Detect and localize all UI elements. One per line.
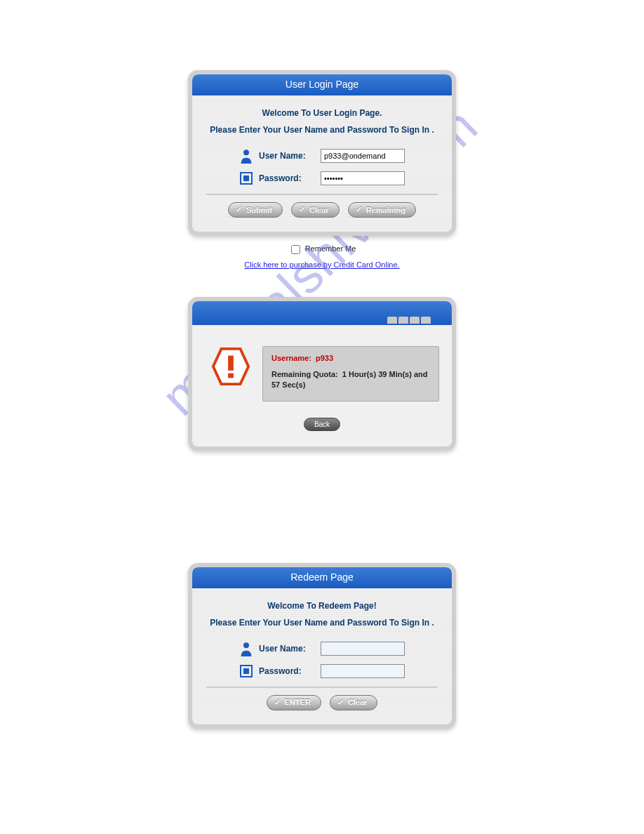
password-icon xyxy=(239,171,253,185)
password-input[interactable] xyxy=(321,171,405,185)
login-welcome: Welcome To User Login Page. xyxy=(201,108,443,118)
check-icon: ✓ xyxy=(274,698,281,707)
divider xyxy=(206,194,438,195)
svg-point-0 xyxy=(243,150,249,155)
password-label: Password: xyxy=(259,173,315,183)
submit-button[interactable]: ✓ Submit xyxy=(228,202,283,218)
remember-label: Remember Me xyxy=(305,244,356,253)
password-icon xyxy=(239,664,253,678)
user-icon xyxy=(239,149,253,163)
check-icon: ✓ xyxy=(356,205,362,214)
redeem-username-row: User Name: xyxy=(201,642,443,656)
svg-point-4 xyxy=(243,642,249,648)
redeem-clear-button[interactable]: ✓ Clear xyxy=(330,695,378,710)
user-icon xyxy=(239,642,253,656)
username-label: User Name: xyxy=(259,151,315,161)
svg-rect-2 xyxy=(228,356,234,371)
alert-icon xyxy=(210,346,251,387)
purchase-link[interactable]: Click here to purchase by Credit Card On… xyxy=(0,260,644,269)
tab-decorations xyxy=(387,317,431,324)
check-icon: ✓ xyxy=(299,205,305,214)
redeem-username-input[interactable] xyxy=(321,642,405,656)
quota-username-label: Username: xyxy=(271,354,311,362)
redeem-instruction: Please Enter Your User Name and Password… xyxy=(201,618,443,628)
clear-label: Clear xyxy=(309,206,329,214)
submit-label: Submit xyxy=(246,206,272,214)
redeem-password-row: Password: xyxy=(201,664,443,678)
redeem-welcome: Welcome To Redeem Page! xyxy=(201,601,443,611)
redeem-password-input[interactable] xyxy=(321,664,405,678)
login-panel: User Login Page Welcome To User Login Pa… xyxy=(188,70,456,236)
quota-username-value: p933 xyxy=(316,354,333,362)
quota-panel: Username: p933 Remaining Quota: 1 Hour(s… xyxy=(188,297,456,451)
info-box: Username: p933 Remaining Quota: 1 Hour(s… xyxy=(262,346,439,402)
back-button[interactable]: Back xyxy=(304,418,340,431)
enter-label: ENTER xyxy=(285,698,311,706)
clear-button[interactable]: ✓ Clear xyxy=(291,202,340,218)
redeem-panel: Redeem Page Welcome To Redeem Page! Plea… xyxy=(188,563,456,729)
svg-rect-3 xyxy=(228,373,234,378)
redeem-panel-title: Redeem Page xyxy=(192,567,452,588)
redeem-username-label: User Name: xyxy=(259,644,315,654)
remember-row: Remember Me xyxy=(0,243,644,256)
login-instruction: Please Enter Your User Name and Password… xyxy=(201,125,443,135)
password-row: Password: xyxy=(201,171,443,185)
redeem-clear-label: Clear xyxy=(348,698,368,706)
check-icon: ✓ xyxy=(236,205,242,214)
username-input[interactable] xyxy=(321,149,405,163)
enter-button[interactable]: ✓ ENTER xyxy=(267,695,321,710)
remaining-label: Remaining xyxy=(366,206,405,214)
username-row: User Name: xyxy=(201,149,443,163)
remaining-button[interactable]: ✓ Remaining xyxy=(348,202,416,218)
check-icon: ✓ xyxy=(337,698,344,707)
remember-checkbox[interactable] xyxy=(291,245,300,254)
divider xyxy=(206,687,438,688)
quota-label: Remaining Quota: xyxy=(271,370,338,378)
redeem-password-label: Password: xyxy=(259,666,315,676)
login-panel-title: User Login Page xyxy=(192,74,452,95)
